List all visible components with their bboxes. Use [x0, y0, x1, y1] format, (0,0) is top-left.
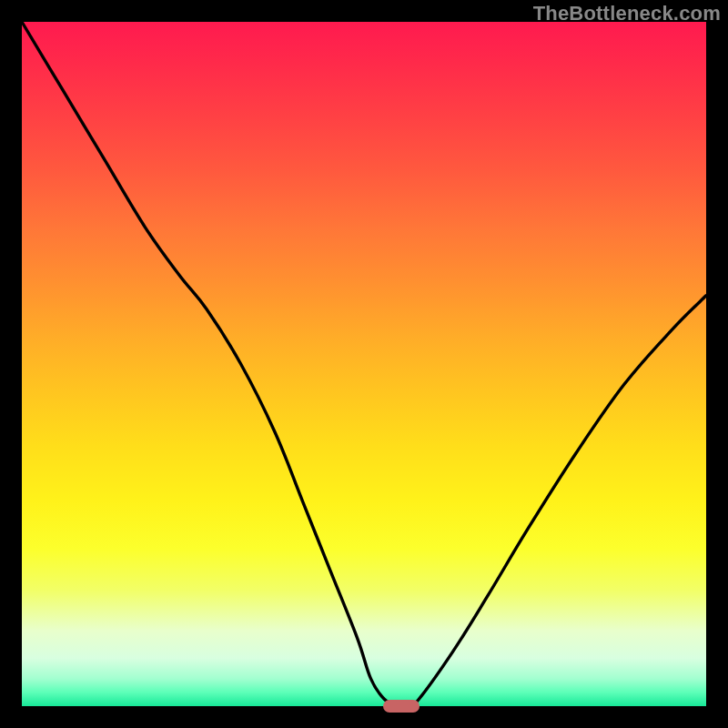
chart-frame	[0, 0, 728, 728]
bottleneck-curve	[22, 22, 706, 706]
optimal-point-marker	[383, 700, 420, 713]
plot-area	[22, 22, 706, 706]
watermark-text: TheBottleneck.com	[533, 2, 721, 25]
